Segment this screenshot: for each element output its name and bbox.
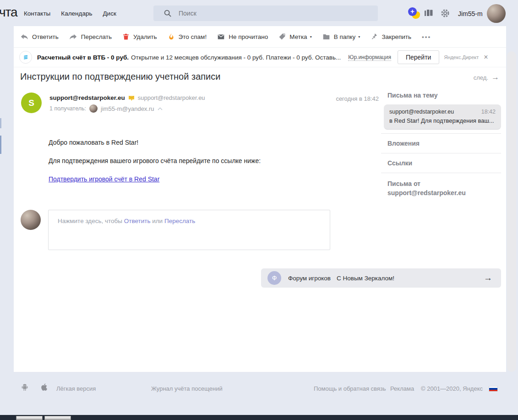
reply-arrow-icon [20, 33, 28, 41]
confirm-account-link[interactable]: Подтвердить игровой счёт в Red Star [49, 175, 159, 183]
top-nav: Контакты Календарь Диск [24, 10, 116, 17]
recipient-avatar [89, 104, 98, 113]
forward-button[interactable]: Переслать [69, 33, 112, 41]
forward-label: Переслать [81, 33, 112, 40]
search-input[interactable]: Поиск [153, 5, 378, 21]
copyright-label: © 2001—2020, Яндекс [421, 385, 483, 392]
forum-icon: Ф [267, 271, 281, 285]
ad-title[interactable]: Расчетный счёт в ВТБ - 0 руб. [37, 54, 129, 61]
android-app-icon[interactable] [20, 383, 29, 392]
recipients-count-label: 1 получатель: [49, 105, 86, 112]
scroll-track[interactable] [507, 51, 516, 372]
ad-banner: Расчетный счёт в ВТБ - 0 руб. Открытие и… [14, 48, 506, 67]
folder-caret-icon: ▾ [358, 35, 360, 39]
delete-label: Удалить [133, 33, 157, 40]
card-snippet: в Red Star! Для подтверждения ваш... [389, 117, 496, 124]
next-label: след. [474, 74, 488, 81]
verified-sender-icon [128, 95, 135, 101]
account-username[interactable]: Jim55-m [458, 10, 483, 17]
pin-icon [371, 33, 378, 40]
forum-title: Форум игроков [288, 275, 331, 282]
recipients-row: 1 получатель: jim55-m@yandex.ru [49, 104, 163, 113]
window-edge-fragment [0, 118, 1, 128]
collapse-chevron-icon[interactable] [158, 107, 163, 110]
next-message-link[interactable]: след. → [474, 73, 499, 82]
quick-forward-link[interactable]: Переслать [164, 218, 195, 224]
settings-gear-icon[interactable] [441, 9, 450, 18]
message-date: сегодня в 18:42 [328, 95, 379, 102]
collections-icon[interactable] [424, 9, 433, 18]
nav-disk[interactable]: Диск [103, 10, 116, 17]
folder-icon [322, 33, 330, 41]
spam-label: Это спам! [179, 33, 207, 40]
label-caret-icon: ▾ [310, 35, 312, 39]
card-sender: support@redstarpoker.eu [389, 109, 454, 115]
reply-button[interactable]: Ответить [20, 33, 59, 41]
yandex-plus-icon[interactable]: + [408, 7, 419, 18]
pin-button[interactable]: Закрепить [371, 33, 411, 40]
ad-text[interactable]: Открытие и 12 месяцев обслуживания - 0 р… [131, 54, 341, 61]
taskbar-fragment [0, 415, 518, 420]
move-to-folder-button[interactable]: В папку ▾ [322, 33, 360, 41]
same-topic-message-card[interactable]: support@redstarpoker.eu 18:42 в Red Star… [384, 104, 501, 130]
folder-label: В папку [334, 33, 356, 40]
ad-cta-button[interactable]: Перейти [398, 50, 439, 64]
letters-from-address: support@redstarpoker.eu [387, 188, 501, 197]
message-sidebar: Письма на тему support@redstarpoker.eu 1… [381, 92, 501, 203]
pin-label: Закрепить [382, 33, 411, 40]
message-view-card: Ответить Переслать Удалить Это спам! Не … [14, 26, 506, 372]
my-avatar [21, 210, 41, 230]
recipient-email[interactable]: jim55-m@yandex.ru [101, 105, 154, 112]
quick-reply-link[interactable]: Ответить [124, 218, 151, 224]
taskbar-button[interactable] [44, 416, 71, 420]
links-section[interactable]: Ссылки [381, 153, 501, 173]
nav-contacts[interactable]: Контакты [24, 10, 50, 17]
light-version-link[interactable]: Лёгкая версия [56, 385, 96, 392]
ad-close-icon[interactable]: × [484, 54, 488, 61]
body-paragraph: Для подтверждения вашего игрового счёта … [49, 157, 333, 165]
window-edge-fragment [0, 136, 1, 154]
page-footer: Лёгкая версия Журнал учёта посещений Пом… [0, 382, 518, 396]
label-label: Метка [289, 33, 307, 40]
delete-button[interactable]: Удалить [122, 33, 157, 40]
same-topic-header: Письма на тему [381, 92, 501, 99]
unread-label: Не прочитано [229, 33, 268, 40]
quick-reply-box[interactable]: Нажмите здесь, чтобы Ответить или Пересл… [48, 210, 330, 250]
body-paragraph: Добро пожаловать в Red Star! [49, 139, 333, 147]
plus-icon: + [408, 7, 417, 16]
tag-icon [278, 33, 286, 40]
search-icon [164, 9, 172, 17]
mail-logo-fragment[interactable]: чта [0, 5, 17, 20]
ad-legal-link[interactable]: Юр.информация [348, 54, 391, 61]
card-time: 18:42 [481, 109, 496, 115]
search-placeholder: Поиск [179, 10, 196, 17]
visit-log-link[interactable]: Журнал учёта посещений [151, 385, 223, 392]
sender-email[interactable]: support@redstarpoker.eu [138, 94, 205, 101]
flame-icon [168, 33, 175, 40]
attachments-section[interactable]: Вложения [381, 133, 501, 153]
ad-provider-label: Яндекс.Директ [444, 55, 479, 60]
reply-label: Ответить [32, 33, 59, 40]
message-toolbar: Ответить Переслать Удалить Это спам! Не … [14, 26, 506, 48]
forum-promo-banner[interactable]: Ф Форум игроков С Новым Зеркалом! → [261, 268, 501, 288]
apple-app-icon[interactable] [39, 382, 48, 392]
help-feedback-link[interactable]: Помощь и обратная связь [314, 385, 386, 392]
forum-arrow-icon: → [484, 273, 492, 283]
sender-avatar[interactable]: S [21, 93, 42, 113]
sender-name[interactable]: support@redstarpoker.eu [49, 94, 125, 101]
quick-reply-middle: или [150, 218, 164, 224]
trash-icon [122, 33, 130, 40]
nav-calendar[interactable]: Календарь [61, 10, 92, 17]
taskbar-button[interactable] [16, 416, 43, 420]
spam-button[interactable]: Это спам! [168, 33, 207, 40]
more-actions-button[interactable]: ••• [422, 33, 431, 40]
unread-button[interactable]: Не прочитано [217, 33, 268, 41]
account-avatar[interactable] [487, 4, 506, 23]
forum-text: С Новым Зеркалом! [337, 275, 394, 282]
envelope-icon [217, 33, 225, 41]
russia-flag-icon[interactable] [489, 386, 498, 392]
label-button[interactable]: Метка ▾ [278, 33, 311, 40]
ads-link[interactable]: Реклама [390, 385, 414, 392]
quick-reply-prefix: Нажмите здесь, чтобы [58, 218, 124, 224]
letters-from-section[interactable]: Письма от support@redstarpoker.eu [381, 173, 501, 203]
